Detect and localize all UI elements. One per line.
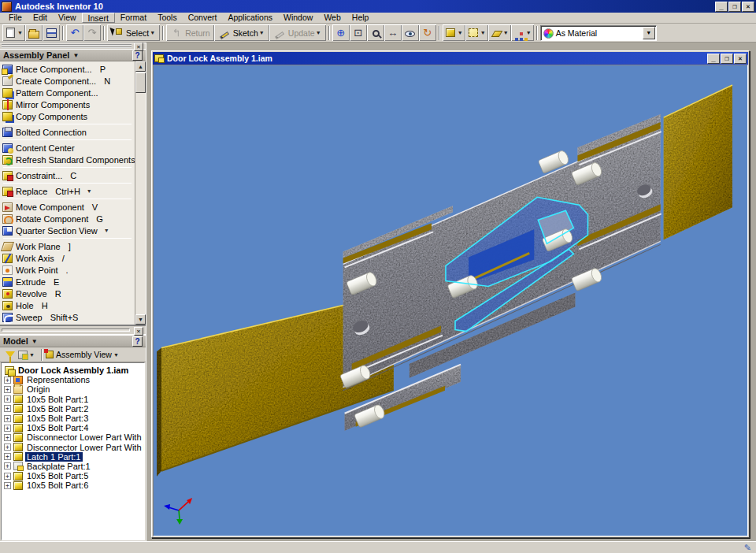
expand-icon[interactable]: +	[4, 415, 11, 422]
quarter-section-button[interactable]: ▼	[488, 24, 511, 41]
tree-node-Origin[interactable]: + Origin	[3, 384, 144, 394]
tree-node-Door Lock Assembly 1.iam[interactable]: + Door Lock Assembly 1.iam	[3, 366, 144, 375]
model-panel-grip[interactable]: ✕	[0, 325, 146, 335]
tree-node-10x5 Bolt Part:2[interactable]: + 10x5 Bolt Part:2	[3, 404, 144, 414]
expand-icon[interactable]: +	[4, 453, 11, 460]
menu-Help[interactable]: Help	[346, 13, 375, 23]
assembly-view-dropdown-icon[interactable]: ▼	[113, 352, 119, 358]
panel-item-Refresh Standard Components[interactable]: Refresh Standard Components ▼	[0, 154, 135, 165]
assembly-panel-grip[interactable]: ✕	[0, 43, 146, 49]
expand-icon[interactable]: +	[4, 473, 11, 480]
panel-item-Extrude[interactable]: Extrude E ▼	[0, 276, 135, 288]
doc-minimize-button[interactable]: _	[707, 54, 720, 64]
3d-scene[interactable]	[154, 65, 747, 536]
expand-icon[interactable]: +	[4, 462, 11, 469]
expand-icon[interactable]: +	[4, 395, 11, 403]
close-button[interactable]: ✕	[742, 2, 754, 12]
panel-item-Create Component...[interactable]: Create Component... N ▼	[0, 75, 135, 87]
zoom-button[interactable]	[367, 24, 384, 41]
panel-item-Work Point[interactable]: Work Point . ▼	[0, 264, 135, 276]
menu-Window[interactable]: Window	[278, 13, 318, 23]
model-browser-tree[interactable]: + Door Lock Assembly 1.iam + Representat…	[1, 362, 145, 540]
component-opacity-button[interactable]: ▼	[511, 24, 534, 41]
model-panel-help-button[interactable]: ?	[132, 336, 143, 347]
expand-icon[interactable]: +	[4, 386, 11, 393]
tree-node-Disconnector Lower Part With Holes:1[interactable]: + Disconnector Lower Part With Holes:1	[3, 432, 144, 442]
menu-Convert[interactable]: Convert	[183, 13, 223, 23]
panel-item-Content Center[interactable]: Content Center ▼	[0, 142, 135, 154]
look-at-button[interactable]	[402, 24, 419, 41]
assembly-panel-header[interactable]: Assembly Panel ▼ ?	[0, 49, 146, 61]
filter-icon[interactable]	[6, 351, 15, 358]
menu-Format[interactable]: Format	[115, 13, 152, 23]
menu-Web[interactable]: Web	[318, 13, 346, 23]
expand-icon[interactable]: +	[4, 377, 11, 384]
assembly-panel-scrollbar[interactable]: ▲ ▼	[135, 61, 146, 325]
zoom-window-button[interactable]: ⊡	[350, 24, 367, 41]
doc-close-button[interactable]: ✕	[734, 54, 747, 64]
menu-Tools[interactable]: Tools	[152, 13, 183, 23]
panel-item-Sweep[interactable]: Sweep Shift+S ▼	[0, 311, 135, 323]
update-button[interactable]: Update ▼	[269, 24, 326, 41]
tree-node-10x5 Bolt Part:1[interactable]: + 10x5 Bolt Part:1	[3, 395, 144, 404]
expand-icon[interactable]: +	[4, 444, 11, 451]
panel-item-Revolve[interactable]: Revolve R ▼	[0, 288, 135, 299]
panel-item-Hole[interactable]: Hole H ▼	[0, 299, 135, 311]
assembly-panel-close-button[interactable]: ✕	[134, 43, 143, 51]
menu-Insert[interactable]: Insert	[82, 13, 115, 23]
panel-item-Place Component...[interactable]: Place Component... P ▼	[0, 63, 135, 75]
expand-icon[interactable]: +	[4, 405, 11, 412]
panel-item-Replace[interactable]: Replace Ctrl+H ▼	[0, 185, 135, 197]
grip-handle[interactable]	[2, 44, 132, 48]
color-override-combo[interactable]: As Material ▼	[540, 25, 657, 41]
doc-restore-button[interactable]: ❐	[721, 54, 733, 64]
panel-item-Pattern Component...[interactable]: Pattern Component... ▼	[0, 87, 135, 98]
tree-node-Latch 1 Part:1[interactable]: + Latch 1 Part:1	[3, 452, 144, 462]
panel-item-Work Plane[interactable]: Work Plane ] ▼	[0, 240, 135, 252]
panel-switch-caret-icon[interactable]: ▼	[32, 338, 38, 345]
item-dropdown-icon[interactable]: ▼	[87, 188, 92, 194]
panel-item-Copy Components[interactable]: Copy Components ▼	[0, 110, 135, 122]
panel-item-Bolted Connection[interactable]: Bolted Connection ▼	[0, 126, 135, 138]
scroll-up-button[interactable]: ▲	[135, 61, 146, 72]
tree-node-10x5 Bolt Part:3[interactable]: + 10x5 Bolt Part:3	[3, 414, 144, 423]
panel-item-Constraint...[interactable]: Constraint... C ▼	[0, 169, 135, 181]
expand-icon[interactable]: +	[4, 425, 11, 432]
tree-node-10x5 Bolt Part:6[interactable]: + 10x5 Bolt Part:6	[3, 481, 144, 490]
scroll-down-button[interactable]: ▼	[135, 314, 146, 325]
app-titlebar[interactable]: Autodesk Inventor 10 _ ❐ ✕	[0, 0, 756, 13]
expand-icon[interactable]: +	[4, 482, 11, 489]
menu-Edit[interactable]: Edit	[28, 13, 53, 23]
redo-button[interactable]: ↷	[83, 24, 101, 41]
tree-options-icon[interactable]	[18, 351, 28, 359]
restore-button[interactable]: ❐	[728, 2, 741, 12]
expand-icon[interactable]: +	[4, 434, 11, 441]
menu-Applications[interactable]: Applications	[222, 13, 278, 23]
undo-button[interactable]: ↶	[66, 24, 83, 41]
scroll-thumb[interactable]	[135, 72, 146, 93]
tree-node-Representations[interactable]: + Representations	[3, 375, 144, 384]
minimize-button[interactable]: _	[715, 2, 728, 12]
save-button[interactable]	[43, 24, 60, 41]
model-panel-header[interactable]: Model ▼ ?	[0, 335, 146, 347]
return-button[interactable]: ↰ Return	[166, 24, 214, 41]
panel-switch-caret-icon[interactable]: ▼	[72, 52, 79, 59]
tree-node-10x5 Bolt Part:5[interactable]: + 10x5 Bolt Part:5	[3, 471, 144, 481]
menu-File[interactable]: File	[3, 13, 28, 23]
combo-dropdown-button[interactable]: ▼	[643, 27, 655, 39]
rotate-button[interactable]: ↻	[419, 24, 436, 41]
tree-node-10x5 Bolt Part:4[interactable]: + 10x5 Bolt Part:4	[3, 423, 144, 432]
zoom-all-button[interactable]: ⊕	[332, 24, 350, 41]
pan-button[interactable]: ↔	[384, 24, 402, 41]
select-button[interactable]: Select ▼	[107, 24, 160, 41]
document-titlebar[interactable]: Door Lock Assembly 1.iam _ ❐ ✕	[153, 52, 748, 65]
panel-item-Mirror Components[interactable]: Mirror Components ▼	[0, 98, 135, 110]
tree-node-Backplate Part:1[interactable]: + Backplate Part:1	[3, 462, 144, 471]
panel-item-Quarter Section View[interactable]: Quarter Section View ▼	[0, 225, 135, 236]
new-button[interactable]: ▼	[2, 24, 25, 41]
sketch-button[interactable]: Sketch ▼	[214, 24, 269, 41]
grip-track[interactable]	[2, 328, 130, 332]
panel-item-Work Axis[interactable]: Work Axis / ▼	[0, 252, 135, 264]
tree-node-Disconnector Lower Part With Holes:2[interactable]: + Disconnector Lower Part With Holes:2	[3, 443, 144, 452]
assembly-view-selector[interactable]: Assembly View	[56, 350, 112, 359]
